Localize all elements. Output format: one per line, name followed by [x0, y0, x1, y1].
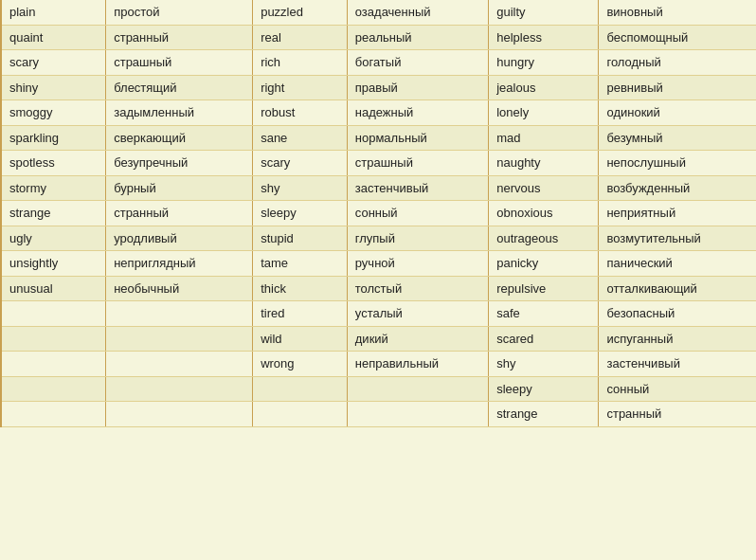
word-col3-en: jealous: [489, 75, 599, 100]
word-col3-en: outrageous: [489, 226, 599, 251]
word-col3-en: repulsive: [489, 276, 599, 301]
word-col3-ru: голодный: [599, 50, 756, 76]
word-col1-en: [1, 352, 106, 377]
word-col1-en: plain: [1, 0, 106, 25]
word-col3-en: lonely: [489, 100, 599, 126]
word-col3-en: strange: [489, 402, 599, 427]
word-col1-ru: сверкающий: [106, 125, 253, 151]
word-col3-ru: возбужденный: [599, 175, 756, 201]
word-col2-en: tired: [253, 301, 348, 327]
word-col1-en: [1, 301, 106, 327]
word-col3-en: mad: [489, 125, 599, 151]
word-col2-en: sleepy: [253, 201, 348, 226]
word-col2-en: [253, 402, 348, 427]
word-col2-en: shy: [253, 175, 348, 201]
word-col1-en: [1, 376, 106, 402]
word-col3-ru: неприятный: [599, 201, 756, 226]
word-col1-en: quaint: [1, 25, 106, 50]
word-col1-en: spotless: [1, 151, 106, 176]
word-col1-ru: [106, 301, 253, 327]
word-col1-ru: [106, 326, 253, 352]
word-col2-ru: правый: [347, 75, 488, 100]
word-col1-en: unusual: [1, 276, 106, 301]
word-col2-en: wrong: [253, 352, 348, 377]
word-col3-ru: сонный: [599, 376, 756, 402]
word-col2-ru: неправильный: [347, 352, 488, 377]
word-col2-en: tame: [253, 251, 348, 277]
word-col2-en: scary: [253, 151, 348, 176]
word-col2-ru: сонный: [347, 201, 488, 226]
word-col2-en: puzzled: [253, 0, 348, 25]
word-col1-en: strange: [1, 201, 106, 226]
word-col2-en: right: [253, 75, 348, 100]
vocabulary-table: plainпростойpuzzledозадаченныйguiltyвино…: [0, 0, 756, 427]
word-col2-ru: усталый: [347, 301, 488, 327]
word-col3-ru: ревнивый: [599, 75, 756, 100]
word-col3-ru: испуганный: [599, 326, 756, 352]
word-col1-ru: бурный: [106, 175, 253, 201]
word-col2-en: rich: [253, 50, 348, 76]
word-col1-en: scary: [1, 50, 106, 76]
word-col3-ru: безумный: [599, 125, 756, 151]
word-col3-ru: отталкивающий: [599, 276, 756, 301]
word-col1-ru: неприглядный: [106, 251, 253, 277]
word-col2-ru: дикий: [347, 326, 488, 352]
word-col1-en: sparkling: [1, 125, 106, 151]
word-col2-ru: страшный: [347, 151, 488, 176]
word-col1-ru: блестящий: [106, 75, 253, 100]
word-col3-en: nervous: [489, 175, 599, 201]
word-col2-ru: богатый: [347, 50, 488, 76]
word-col3-en: panicky: [489, 251, 599, 277]
word-col2-ru: нормальный: [347, 125, 488, 151]
word-col2-ru: застенчивый: [347, 175, 488, 201]
word-col1-en: ugly: [1, 226, 106, 251]
word-col2-ru: [347, 402, 488, 427]
word-col2-en: thick: [253, 276, 348, 301]
word-col1-en: [1, 402, 106, 427]
word-col1-en: unsightly: [1, 251, 106, 277]
word-col2-en: sane: [253, 125, 348, 151]
word-col2-ru: надежный: [347, 100, 488, 126]
word-col1-en: smoggy: [1, 100, 106, 126]
word-col3-en: obnoxious: [489, 201, 599, 226]
word-col2-en: [253, 376, 348, 402]
word-col3-en: scared: [489, 326, 599, 352]
word-col3-en: sleepy: [489, 376, 599, 402]
word-col1-ru: задымленный: [106, 100, 253, 126]
word-col2-ru: глупый: [347, 226, 488, 251]
word-col2-ru: толстый: [347, 276, 488, 301]
word-col2-en: wild: [253, 326, 348, 352]
word-col3-en: safe: [489, 301, 599, 327]
word-col3-en: shy: [489, 352, 599, 377]
word-col3-en: hungry: [489, 50, 599, 76]
word-col3-en: helpless: [489, 25, 599, 50]
word-col3-ru: виновный: [599, 0, 756, 25]
word-col3-ru: беспомощный: [599, 25, 756, 50]
word-col3-ru: панический: [599, 251, 756, 277]
word-col1-ru: простой: [106, 0, 253, 25]
word-col2-ru: озадаченный: [347, 0, 488, 25]
word-col2-ru: ручной: [347, 251, 488, 277]
word-col3-en: guilty: [489, 0, 599, 25]
word-col1-en: stormy: [1, 175, 106, 201]
word-col3-ru: возмутительный: [599, 226, 756, 251]
word-col3-ru: странный: [599, 402, 756, 427]
word-col1-ru: странный: [106, 201, 253, 226]
word-col3-ru: непослушный: [599, 151, 756, 176]
word-col2-en: stupid: [253, 226, 348, 251]
word-col1-ru: безупречный: [106, 151, 253, 176]
word-col3-ru: застенчивый: [599, 352, 756, 377]
word-col1-ru: странный: [106, 25, 253, 50]
word-col3-ru: безопасный: [599, 301, 756, 327]
word-col2-ru: реальный: [347, 25, 488, 50]
word-col3-ru: одинокий: [599, 100, 756, 126]
word-col1-ru: уродливый: [106, 226, 253, 251]
word-col2-en: real: [253, 25, 348, 50]
word-col1-en: [1, 326, 106, 352]
word-col1-ru: [106, 376, 253, 402]
word-col1-ru: страшный: [106, 50, 253, 76]
word-col2-en: robust: [253, 100, 348, 126]
word-col1-ru: [106, 402, 253, 427]
word-col1-ru: [106, 352, 253, 377]
word-col1-en: shiny: [1, 75, 106, 100]
